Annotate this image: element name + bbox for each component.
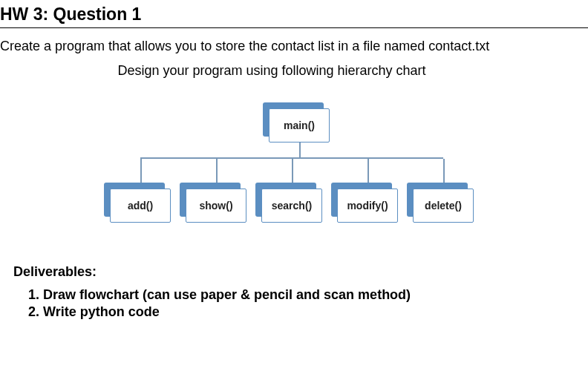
instruction-line-1: Create a program that allows you to stor… — [0, 39, 588, 54]
connector-line — [292, 159, 293, 183]
connector-line — [443, 159, 445, 183]
node-label: add() — [110, 189, 171, 223]
connector-line — [140, 159, 142, 183]
connector-line — [368, 159, 369, 183]
hierarchy-chart: main() add() show() search() modify() de… — [86, 108, 502, 235]
page-title: HW 3: Question 1 — [0, 0, 588, 28]
deliverable-text: Write python code — [43, 304, 160, 319]
instruction-line-2: Design your program using following hier… — [0, 63, 588, 79]
deliverable-item-1: Draw flowchart (can use paper & pencil a… — [43, 287, 588, 303]
hierarchy-node-modify: modify() — [337, 189, 398, 223]
deliverable-item-2: Write python code — [43, 304, 588, 320]
hierarchy-node-main: main() — [269, 108, 330, 142]
hierarchy-node-add: add() — [110, 189, 171, 223]
node-label: search() — [261, 189, 322, 223]
node-label: main() — [269, 108, 330, 142]
hierarchy-node-search: search() — [261, 189, 322, 223]
connector-line — [216, 159, 218, 183]
hierarchy-node-show: show() — [186, 189, 246, 223]
node-label: modify() — [337, 189, 398, 223]
deliverable-text: Draw flowchart (can use paper & pencil a… — [43, 287, 411, 302]
node-label: show() — [186, 189, 246, 223]
deliverables-heading: Deliverables: — [13, 264, 588, 280]
deliverables-list: Draw flowchart (can use paper & pencil a… — [43, 287, 588, 320]
hierarchy-node-delete: delete() — [413, 189, 474, 223]
connector-line — [299, 142, 301, 157]
node-label: delete() — [413, 189, 474, 223]
